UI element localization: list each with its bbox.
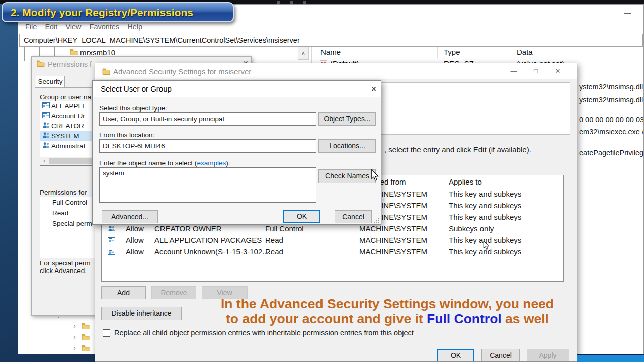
minimize-icon[interactable] — [624, 13, 631, 14]
toolbar-dot-icon — [303, 1, 306, 4]
column-header-name[interactable]: Name — [320, 48, 341, 56]
folder-icon — [37, 60, 45, 69]
entry-access: Read — [265, 236, 283, 244]
step-banner: 2. Modify your Registry/Permissions — [2, 2, 234, 22]
cancel-button[interactable]: Cancel — [335, 210, 372, 223]
add-button[interactable]: Add — [101, 286, 146, 299]
group-or-user-label: Group or user na — [40, 93, 91, 101]
column-header-applies-to[interactable]: Applies to — [449, 177, 482, 186]
tree-guide-line — [51, 317, 51, 354]
dialog-title: Permissions f — [48, 60, 92, 68]
users-icon — [108, 225, 116, 233]
app-icon — [108, 248, 115, 256]
object-type-label: Select this object type: — [99, 104, 167, 112]
entry-applies-to: This key and subkeys — [449, 213, 521, 221]
maximize-icon[interactable]: □ — [528, 66, 544, 77]
entry-access: Read — [265, 247, 283, 256]
chevron-right-icon[interactable]: › — [73, 321, 76, 330]
annotation-text-part: as well — [502, 311, 549, 326]
permission-entry-row[interactable]: AllowALL APPLICATION PACKAGESReadMACHINE… — [102, 235, 564, 246]
tree-guide-line — [58, 317, 59, 354]
folder-icon — [82, 333, 90, 342]
minimize-icon[interactable]: — — [506, 66, 522, 77]
ok-button[interactable]: OK — [283, 210, 320, 223]
select-user-or-group-dialog: Select User or Group ✕ Select this objec… — [92, 80, 381, 225]
annotation-line1: In the Advanced Security Settings window… — [211, 296, 564, 311]
panel-divider[interactable] — [311, 47, 312, 64]
entry-type: Allow — [126, 224, 144, 233]
object-types-button[interactable]: Object Types... — [318, 112, 376, 126]
object-type-field[interactable]: User, Group, or Built-in security princi… — [99, 112, 316, 126]
edit-hint-text: , select the entry and click Edit (if av… — [384, 145, 531, 154]
group-item-label: ALL APPLI — [51, 102, 84, 110]
registry-data-fragment: em32\msiexec.exe /V — [579, 128, 644, 136]
location-field[interactable]: DESKTOP-6LMHI46 — [99, 139, 316, 153]
object-name-input[interactable]: system — [99, 167, 316, 203]
app-icon — [42, 111, 51, 121]
examples-link[interactable]: examples — [197, 159, 226, 167]
chevron-right-icon[interactable]: › — [73, 332, 76, 341]
advanced-button[interactable]: Advanced... — [102, 210, 158, 223]
registry-data-fragment: ystem32\msimsg.dll,- — [579, 96, 644, 104]
cancel-button[interactable]: Cancel — [481, 349, 520, 362]
toolbar-dot-icon — [290, 1, 293, 4]
chevron-right-icon[interactable]: › — [73, 343, 76, 352]
entry-applies-to: This key and subkeys — [449, 201, 521, 210]
taskbar-corner[interactable] — [577, 355, 644, 362]
step-banner-title: 2. Modify your Registry/Permissions — [11, 7, 193, 19]
registry-data-fragment: 0 00 00 00 00 00 03 00 — [579, 116, 644, 124]
menu-help[interactable]: Help — [123, 23, 146, 31]
label-text: ): — [226, 159, 230, 167]
registry-address-bar[interactable]: Computer\HKEY_LOCAL_MACHINE\SYSTEM\Curre… — [19, 34, 643, 47]
entry-inherited-from: MACHINE\SYSTEM — [359, 224, 427, 233]
tree-guide-line — [62, 53, 69, 53]
app-icon — [42, 101, 51, 111]
entry-inherited-from: MACHINE\SYSTEM — [359, 236, 427, 244]
entry-applies-to: This key and subkeys — [449, 190, 521, 198]
annotation-text-part: to add your account and give it — [226, 311, 427, 326]
column-separator[interactable] — [510, 47, 510, 58]
scrollbar-thumb[interactable] — [49, 158, 94, 164]
annotation-highlight: Full Control — [427, 311, 502, 326]
permission-entry-row[interactable]: AllowAccount Unknown(S-1-15-3-102...Read… — [102, 246, 564, 258]
close-icon[interactable]: ✕ — [366, 83, 381, 95]
tab-security[interactable]: Security — [36, 76, 65, 88]
entry-inherited-from: MACHINE\SYSTEM — [359, 247, 427, 256]
tree-item-mrxsmb10[interactable]: mrxsmb10 — [80, 48, 115, 57]
entry-applies-to: Subkeys only — [449, 224, 494, 233]
menu-edit[interactable]: Edit — [41, 23, 61, 31]
column-separator[interactable] — [437, 47, 438, 58]
menu-bar: FileEditViewFavoritesHelp — [21, 23, 146, 34]
enter-object-name-label: Enter the object name to select (example… — [99, 159, 230, 167]
special-permissions-note: click Advanced. — [40, 267, 87, 275]
column-header-type[interactable]: Type — [444, 48, 460, 56]
scroll-left-icon[interactable]: ‹ — [40, 157, 48, 165]
remove-button[interactable]: Remove — [151, 286, 196, 299]
entry-principal: CREATOR OWNER — [154, 224, 222, 233]
scroll-up-icon[interactable]: ∧ — [298, 47, 309, 60]
entry-applies-to: This key and subkeys — [449, 247, 521, 256]
disable-inheritance-button[interactable]: Disable inheritance — [101, 307, 182, 320]
entry-applies-to: This key and subkeys — [449, 236, 521, 244]
locations-button[interactable]: Locations... — [318, 139, 376, 153]
from-location-label: From this location: — [99, 131, 154, 139]
replace-child-permissions-label: Replace all child object permission entr… — [114, 329, 414, 337]
toolbar-dot-icon — [277, 1, 280, 4]
menu-file[interactable]: File — [21, 23, 41, 31]
replace-child-permissions-checkbox[interactable] — [103, 329, 110, 337]
resize-grip[interactable] — [374, 217, 379, 223]
close-icon[interactable]: ✕ — [550, 66, 566, 77]
check-names-button[interactable]: Check Names — [318, 169, 376, 183]
column-header-data[interactable]: Data — [517, 48, 533, 56]
registry-data-fragment: eatePagefilePrivilege — [579, 149, 644, 157]
entry-principal: ALL APPLICATION PACKAGES — [154, 236, 262, 244]
permission-entry-row[interactable]: AllowCREATOR OWNERFull ControlMACHINE\SY… — [102, 223, 564, 235]
group-item-label: SYSTEM — [51, 132, 79, 140]
folder-icon — [82, 322, 90, 331]
users-icon — [42, 131, 51, 141]
apply-button[interactable]: Apply — [527, 349, 569, 362]
entry-principal: Account Unknown(S-1-15-3-102... — [154, 247, 269, 256]
menu-favorites[interactable]: Favorites — [86, 23, 124, 31]
menu-view[interactable]: View — [61, 23, 85, 31]
ok-button[interactable]: OK — [437, 349, 474, 362]
